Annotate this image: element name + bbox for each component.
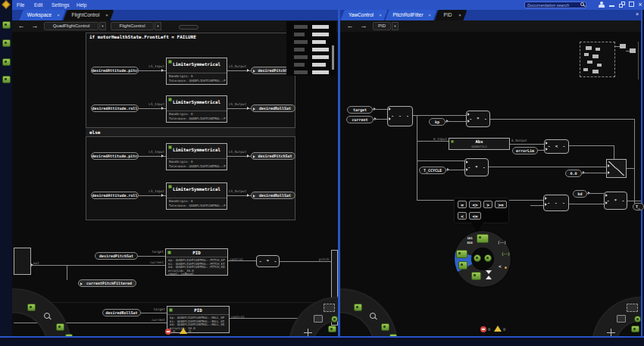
tab-pitchrollfilter[interactable]: PitchRollFilter ×	[385, 10, 436, 20]
error-count: 0	[488, 326, 490, 332]
corner-menu-ring[interactable]	[12, 282, 78, 336]
tab-label: Workspace	[25, 10, 54, 20]
zoom-search-icon[interactable]	[370, 313, 376, 319]
chevron-down-icon[interactable]: ▾	[99, 22, 106, 30]
app-window: File Edit Settings Help × Workspace × Fl…	[0, 0, 644, 346]
breadcrumb-pid[interactable]: PID	[373, 22, 391, 30]
chevron-down-icon[interactable]: ▾	[155, 22, 161, 30]
maximize-button[interactable]	[629, 2, 634, 7]
tab-label: YawControl	[346, 10, 376, 20]
breadcrumb-quadflightcontrol[interactable]: QuadFlightControl	[44, 22, 98, 30]
restore-button[interactable]	[619, 2, 626, 8]
tab-close-icon[interactable]: ×	[427, 10, 433, 20]
zoom-search-icon[interactable]	[44, 313, 50, 319]
window-close-button[interactable]: ×	[636, 0, 644, 9]
selection-rect-icon[interactable]	[324, 304, 335, 312]
tab-flightcontrol[interactable]: FlightControl ×	[63, 10, 114, 20]
add-blocks-icon[interactable]	[328, 326, 336, 332]
minimap-bar	[312, 25, 329, 29]
watering-can-icon[interactable]	[381, 323, 389, 331]
minimize-button[interactable]	[609, 5, 614, 7]
tab-workspace[interactable]: Workspace ×	[19, 10, 65, 20]
folder-search-icon[interactable]	[2, 39, 11, 47]
selection-rect-icon[interactable]	[627, 304, 638, 312]
documentation-search-input[interactable]	[524, 2, 586, 8]
search-icon	[580, 2, 584, 6]
tab-label: FlightControl	[69, 10, 102, 20]
add-blocks-icon[interactable]	[631, 326, 639, 332]
tab-close-icon[interactable]: ×	[377, 10, 383, 20]
tool-icon[interactable]	[389, 334, 397, 336]
right-corner-menus	[340, 32, 641, 336]
gear-icon[interactable]	[2, 76, 11, 83]
tab-pid[interactable]: PID ×	[434, 10, 467, 20]
window-bottom-strip	[0, 336, 644, 346]
error-indicator-icon[interactable]	[480, 326, 486, 332]
debug-bug-icon[interactable]	[354, 304, 362, 311]
image-icon[interactable]	[2, 58, 11, 66]
blocks-icon[interactable]	[314, 315, 323, 323]
warning-indicator-icon[interactable]	[180, 328, 187, 334]
left-corner-menus	[12, 32, 338, 336]
forward-button[interactable]: →	[30, 21, 39, 31]
breadcrumb-flightcontrol[interactable]: FlightControl	[111, 22, 154, 30]
tab-close-icon[interactable]: ×	[55, 10, 61, 20]
watering-can-icon[interactable]	[56, 323, 64, 331]
back-button[interactable]: ←	[345, 21, 355, 31]
chevron-down-icon[interactable]: ▾	[392, 22, 399, 30]
restore-icon-back	[619, 4, 623, 8]
menu-help[interactable]: Help	[77, 1, 86, 9]
warning-indicator-icon[interactable]	[494, 326, 502, 332]
forward-button[interactable]: →	[359, 21, 368, 31]
menu-edit[interactable]: Edit	[34, 1, 42, 9]
tab-yawcontrol[interactable]: YawControl ×	[340, 10, 387, 20]
back-button[interactable]: ←	[17, 21, 26, 31]
folder-icon[interactable]	[2, 21, 11, 29]
tab-strip-close-icon[interactable]: ×	[633, 11, 641, 19]
tab-close-icon[interactable]: ×	[104, 10, 110, 20]
menu-file[interactable]: File	[17, 1, 24, 9]
crosshair-icon[interactable]	[607, 329, 615, 336]
crosshair-icon[interactable]	[304, 329, 312, 336]
corner-menu-ring[interactable]	[340, 282, 405, 336]
debug-bug-icon[interactable]	[27, 304, 36, 311]
blocks-icon[interactable]	[617, 315, 626, 323]
starburst-icon[interactable]	[634, 316, 641, 323]
tool-icon[interactable]	[65, 334, 73, 336]
tab-close-icon[interactable]: ×	[457, 10, 463, 20]
menu-settings[interactable]: Settings	[52, 1, 70, 9]
user-icon[interactable]	[599, 2, 605, 8]
window-right-border	[641, 10, 642, 336]
left-toolbar-rail	[0, 0, 12, 336]
warning-count: 0	[189, 329, 191, 335]
warning-count: 0	[503, 326, 505, 332]
starburst-icon[interactable]	[331, 316, 338, 323]
zoom-badge	[179, 25, 199, 30]
error-indicator-icon[interactable]	[165, 329, 171, 335]
tab-label: PitchRollFilter	[391, 10, 425, 20]
error-count: 0	[173, 329, 175, 335]
minimap-bar	[294, 25, 308, 29]
tab-label: PID	[440, 10, 455, 20]
